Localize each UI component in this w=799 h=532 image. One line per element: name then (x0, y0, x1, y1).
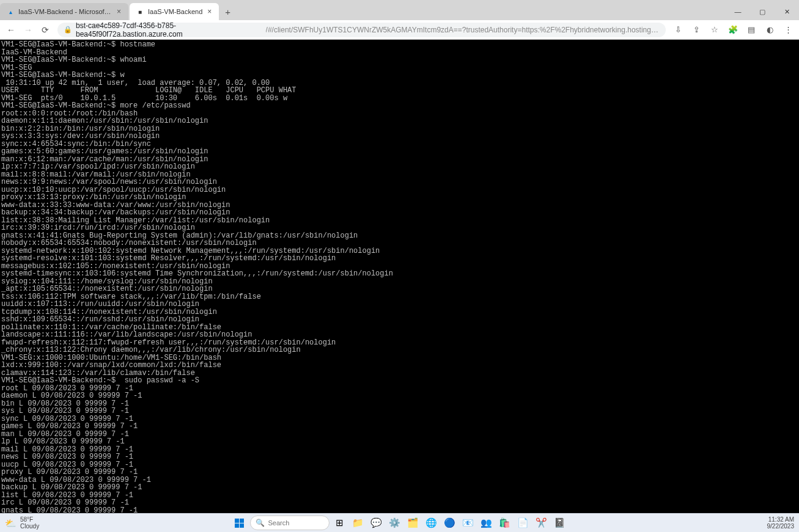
settings-icon[interactable]: ⚙️ (387, 515, 403, 531)
onenote-icon[interactable]: 📓 (552, 515, 568, 531)
system-clock[interactable]: 11:32 AM 9/22/2023 (767, 516, 795, 530)
tab-azure-portal[interactable]: ▴ IaaS-VM-Backend - Microsoft Az × (0, 3, 128, 20)
new-tab-button[interactable]: + (220, 3, 235, 20)
edge-icon[interactable]: 🌐 (424, 515, 440, 531)
lock-icon: 🔒 (64, 26, 72, 34)
weather-widget[interactable]: ⛅ 58°F Cloudy (5, 516, 39, 530)
forward-button[interactable]: → (21, 23, 35, 37)
close-button[interactable]: ✕ (775, 3, 799, 20)
profile-icon[interactable]: ◐ (762, 23, 777, 37)
clock-time: 11:32 AM (767, 516, 795, 523)
menu-icon[interactable]: ⋮ (781, 23, 795, 37)
url-host: bst-cae4c589-7cdf-4356-b785-bea45f90f72a… (76, 21, 262, 38)
install-app-icon[interactable]: ⇩ (671, 23, 685, 37)
tab-bastion[interactable]: ■ IaaS-VM-Backend × (130, 3, 219, 20)
clock-date: 9/22/2023 (767, 523, 795, 530)
folder-icon[interactable]: 🗂️ (405, 515, 421, 531)
window-controls: — ▢ ✕ (726, 3, 799, 20)
refresh-button[interactable]: ⟳ (38, 23, 53, 37)
share-icon[interactable]: ⇪ (689, 23, 704, 37)
cloud-icon: ⛅ (5, 520, 17, 527)
outlook-icon[interactable]: 📧 (460, 515, 476, 531)
minimize-button[interactable]: — (726, 3, 750, 20)
close-icon[interactable]: × (116, 7, 122, 16)
teams-icon[interactable]: 👥 (479, 515, 495, 531)
close-icon[interactable]: × (206, 7, 213, 16)
snip-icon[interactable]: ✂️ (534, 515, 550, 531)
extensions-icon[interactable]: 🧩 (726, 23, 740, 37)
back-button[interactable]: ← (4, 23, 18, 37)
browser-url-bar: ← → ⟳ 🔒 bst-cae4c589-7cdf-4356-b785-bea4… (0, 20, 799, 40)
windows-taskbar: ⛅ 58°F Cloudy 🔍 ⊞ 📁 💬 ⚙️ 🗂️ 🌐 🔵 📧 👥 🛍️ 📄… (0, 513, 799, 532)
azure-icon: ▴ (6, 7, 15, 16)
windows-icon (235, 519, 244, 528)
chrome-icon[interactable]: 🔵 (442, 515, 458, 531)
search-icon: 🔍 (256, 519, 265, 527)
chat-icon[interactable]: 💬 (369, 515, 385, 531)
browser-tab-strip: ▴ IaaS-VM-Backend - Microsoft Az × ■ Iaa… (0, 0, 799, 20)
maximize-button[interactable]: ▢ (750, 3, 775, 20)
tab-title: IaaS-VM-Backend - Microsoft Az (18, 8, 112, 15)
url-path: /#/client/SWFhUy1WTS1CYWNrZW5kAGMAYmItcm… (266, 26, 660, 34)
tab-title: IaaS-VM-Backend (148, 8, 202, 15)
task-view-icon[interactable]: ⊞ (332, 515, 348, 531)
search-input[interactable] (268, 519, 323, 527)
start-button[interactable] (232, 515, 248, 531)
store-icon[interactable]: 🛍️ (497, 515, 513, 531)
bookmark-icon[interactable]: ☆ (707, 23, 722, 37)
taskbar-center: 🔍 ⊞ 📁 💬 ⚙️ 🗂️ 🌐 🔵 📧 👥 🛍️ 📄 ✂️ 📓 (232, 515, 568, 531)
explorer-icon[interactable]: 📁 (350, 515, 366, 531)
reading-list-icon[interactable]: ▤ (744, 23, 759, 37)
terminal[interactable]: VM1-SEG@IaaS-VM-Backend:~$ hostname IaaS… (0, 40, 799, 513)
taskbar-search[interactable]: 🔍 (250, 516, 330, 530)
word-icon[interactable]: 📄 (515, 515, 531, 531)
weather-cond: Cloudy (20, 523, 39, 530)
weather-temp: 58°F (20, 516, 39, 523)
address-field[interactable]: 🔒 bst-cae4c589-7cdf-4356-b785-bea45f90f7… (57, 23, 666, 37)
terminal-icon: ■ (136, 7, 144, 16)
